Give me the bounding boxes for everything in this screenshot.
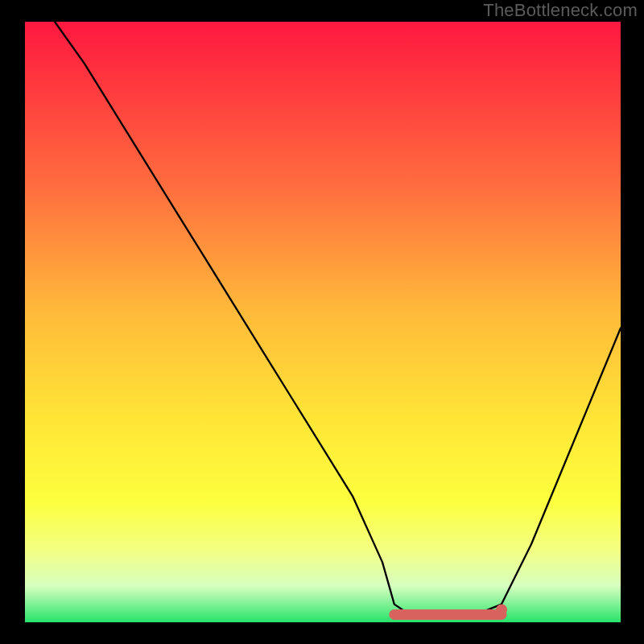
chart-svg [0,0,644,644]
watermark-text: TheBottleneck.com [483,0,638,21]
sweet-spot-endpoint [496,605,507,616]
chart-container: TheBottleneck.com [0,0,644,644]
